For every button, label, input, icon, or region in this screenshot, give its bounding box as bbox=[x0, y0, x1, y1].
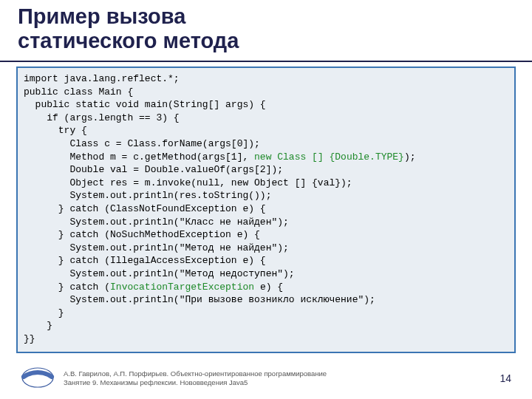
code-line: } catch (NoSuchMethodException e) { bbox=[24, 229, 260, 240]
code-line: } bbox=[24, 307, 64, 318]
footer: А.В. Гаврилов, А.П. Порфирьев. Объектно-… bbox=[0, 364, 532, 390]
title-underline bbox=[0, 61, 532, 62]
code-highlight: InvocationTargetException bbox=[110, 282, 254, 293]
footer-line-2: Занятие 9. Механизмы рефлексии. Нововвед… bbox=[64, 378, 248, 386]
code-line: System.out.println(res.toString()); bbox=[24, 190, 271, 201]
title-line-2: статического метода bbox=[18, 29, 239, 52]
slide-title: Пример вызова статического метода bbox=[18, 4, 239, 54]
code-line: Object res = m.invoke(null, new Object [… bbox=[24, 177, 352, 188]
code-line: public class Main { bbox=[24, 86, 133, 98]
code-box: import java.lang.reflect.*; public class… bbox=[16, 66, 516, 353]
code-line: System.out.println("Класс не найден"); bbox=[24, 216, 289, 228]
code-line: System.out.println("При вызове возникло … bbox=[24, 294, 375, 305]
logo-icon bbox=[21, 366, 55, 389]
code-line: } bbox=[24, 320, 52, 331]
code-line: System.out.println("Метод недоступен"); bbox=[24, 268, 295, 279]
code-highlight: new Class [] {Double.TYPE} bbox=[254, 151, 404, 163]
code-line: e) { bbox=[254, 282, 283, 293]
slide: Пример вызова статического метода import… bbox=[0, 0, 532, 399]
page-number: 14 bbox=[499, 372, 511, 384]
code-line: } catch (IllegalAccessException e) { bbox=[24, 255, 266, 266]
code-line: if (args.length == 3) { bbox=[24, 112, 180, 123]
code-line: Method m = c.getMethod(args[1], bbox=[24, 151, 254, 163]
code-line: } catch ( bbox=[24, 282, 110, 293]
code-line: Double val = Double.valueOf(args[2]); bbox=[24, 164, 283, 175]
code-line: }} bbox=[24, 333, 35, 344]
title-line-1: Пример вызова bbox=[18, 4, 185, 28]
code-line: public static void main(String[] args) { bbox=[24, 99, 266, 110]
code-line: } catch (ClassNotFoundException e) { bbox=[24, 203, 266, 214]
code-line: System.out.println("Метод не найден"); bbox=[24, 242, 289, 253]
code-line: Class c = Class.forName(args[0]); bbox=[24, 138, 260, 149]
code-listing: import java.lang.reflect.*; public class… bbox=[24, 72, 508, 345]
footer-text: А.В. Гаврилов, А.П. Порфирьев. Объектно-… bbox=[64, 369, 327, 387]
code-line: try { bbox=[24, 125, 87, 136]
footer-line-1: А.В. Гаврилов, А.П. Порфирьев. Объектно-… bbox=[64, 369, 327, 378]
code-line: ); bbox=[404, 151, 416, 163]
code-line: import java.lang.reflect.*; bbox=[24, 73, 180, 84]
